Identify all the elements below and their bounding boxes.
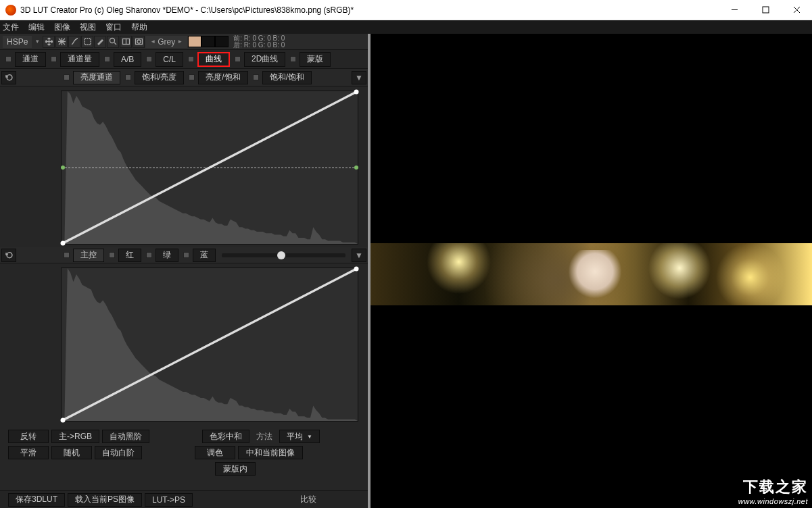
tab-cl-check[interactable] (146, 56, 152, 62)
chan-red[interactable]: 红 (118, 249, 141, 262)
svg-rect-1 (763, 7, 769, 13)
auto-black-button[interactable]: 自动黑阶 (102, 430, 149, 443)
tab-mask-check[interactable] (290, 56, 296, 62)
main-rgb-button[interactable]: 主->RGB (51, 430, 99, 443)
curve2-point-white[interactable] (354, 267, 358, 272)
smooth-button[interactable]: 平滑 (8, 446, 49, 459)
swatch-1[interactable] (188, 36, 201, 47)
slider-thumb[interactable] (277, 251, 285, 259)
amount-slider[interactable] (222, 253, 345, 257)
menu-image[interactable]: 图像 (54, 22, 70, 33)
tab-channel-amt-check[interactable] (51, 56, 57, 62)
minimize-button[interactable] (719, 0, 750, 20)
subtab-sat-sat[interactable]: 饱和/饱和 (262, 71, 312, 84)
watermark: 下载之家 www.windowszj.net (738, 477, 808, 505)
svg-line-14 (62, 268, 358, 421)
color-mode-select[interactable]: HSPe (3, 36, 32, 48)
guide-point-left[interactable] (61, 166, 65, 170)
luma-curve-panel[interactable] (61, 91, 358, 245)
subtab-sat-luma[interactable]: 饱和/亮度 (135, 71, 184, 84)
color-button[interactable]: 调色 (195, 446, 235, 459)
svg-line-12 (62, 91, 358, 244)
tab-ab[interactable]: A/B (114, 52, 141, 67)
tab-curves2d-check[interactable] (235, 56, 241, 62)
save-3dlut-button[interactable]: 保存3DLUT (8, 493, 65, 507)
close-button[interactable] (781, 0, 812, 20)
curve-tool-icon[interactable] (68, 36, 80, 48)
window-title: 3D LUT Creator Pro (c) Oleg Sharonov *DE… (20, 5, 719, 15)
tab-curves-check[interactable] (188, 56, 194, 62)
menu-view[interactable]: 视图 (80, 22, 96, 33)
sat-sat-check[interactable] (253, 74, 259, 80)
move-tool-icon[interactable] (43, 36, 55, 48)
chan-blue[interactable]: 蓝 (193, 249, 216, 262)
reset2-button[interactable] (1, 249, 16, 262)
curve-point-white[interactable] (354, 90, 358, 95)
menu-file[interactable]: 文件 (3, 22, 19, 33)
menu-help[interactable]: 帮助 (131, 22, 147, 33)
master-curve-panel[interactable] (61, 268, 358, 422)
menubar: 文件 编辑 图像 视图 窗口 帮助 (0, 20, 812, 34)
compare-tool-icon[interactable] (120, 36, 132, 48)
menu-edit[interactable]: 编辑 (28, 22, 45, 33)
green-check[interactable] (146, 252, 152, 258)
neutral-current-button[interactable]: 中和当前图像 (238, 446, 303, 459)
swatch-2[interactable] (201, 36, 215, 47)
swatch-3[interactable] (215, 36, 229, 47)
tab-channel-amt[interactable]: 通道量 (60, 52, 99, 67)
blue-check[interactable] (183, 252, 189, 258)
svg-point-5 (110, 39, 114, 43)
subtab-luma[interactable]: 亮度通道 (73, 71, 120, 84)
master-check[interactable] (64, 252, 70, 258)
titlebar: 3D LUT Creator Pro (c) Oleg Sharonov *DE… (0, 0, 812, 20)
auto-white-button[interactable]: 自动白阶 (95, 446, 142, 459)
red-check[interactable] (109, 252, 115, 258)
preview-image (371, 243, 812, 305)
mask-tool-icon[interactable] (133, 36, 145, 48)
tab-ab-check[interactable] (104, 56, 110, 62)
sub-dropdown-icon[interactable]: ▼ (352, 71, 366, 84)
tab-cl[interactable]: C/L (156, 52, 183, 67)
inside-mask-button[interactable]: 蒙版内 (215, 462, 256, 476)
luma-sat-check[interactable] (189, 74, 195, 80)
color-neutral-button[interactable]: 色彩中和 (202, 430, 249, 443)
tab-channel[interactable]: 通道 (15, 52, 46, 67)
method-label: 方法 (256, 431, 272, 442)
tab-channel-check[interactable] (5, 56, 11, 62)
dropdown-icon[interactable]: ▼ (32, 39, 42, 45)
curve-point-black[interactable] (61, 240, 66, 245)
guide-point-right[interactable] (354, 166, 358, 170)
chan-master[interactable]: 主控 (73, 249, 104, 262)
compare-label[interactable]: 比较 (300, 494, 316, 505)
menu-window[interactable]: 窗口 (105, 22, 122, 33)
marquee-tool-icon[interactable] (81, 36, 93, 48)
method-select[interactable]: 平均▼ (279, 430, 320, 443)
reset-button[interactable] (1, 71, 16, 84)
luma-check[interactable] (64, 74, 70, 80)
grid-tool-icon[interactable] (55, 36, 68, 48)
tab-curves2d[interactable]: 2D曲线 (244, 52, 285, 67)
curve2-point-black[interactable] (61, 417, 66, 422)
footer-row: 保存3DLUT 载入当前PS图像 LUT->PS 比较 (0, 490, 368, 508)
svg-point-10 (137, 40, 141, 43)
random-button[interactable]: 随机 (51, 446, 92, 459)
load-ps-button[interactable]: 载入当前PS图像 (68, 493, 142, 507)
sat-luma-check[interactable] (125, 74, 131, 80)
preview-area[interactable]: 下载之家 www.windowszj.net (371, 34, 812, 508)
bottom-row-2: 平滑 随机 自动白阶 调色 中和当前图像 (0, 444, 368, 461)
eyedropper-tool-icon[interactable] (94, 36, 106, 48)
svg-rect-4 (85, 39, 91, 45)
invert-button[interactable]: 反转 (8, 430, 49, 443)
grey-select[interactable]: ◄Grey► (145, 36, 187, 48)
tab-curves[interactable]: 曲线 (197, 52, 230, 67)
chan-dropdown-icon[interactable]: ▼ (352, 249, 366, 262)
chan-green[interactable]: 绿 (156, 249, 178, 262)
subtab-luma-sat[interactable]: 亮度/饱和 (198, 71, 247, 84)
svg-line-6 (114, 43, 116, 45)
zoom-tool-icon[interactable] (107, 36, 119, 48)
lut-ps-button[interactable]: LUT->PS (145, 493, 193, 507)
tab-mask[interactable]: 蒙版 (300, 52, 331, 67)
maximize-button[interactable] (750, 0, 781, 20)
rgb-readout: 前: R: 0 G: 0 B: 0 后: R: 0 G: 0 B: 0 (233, 35, 285, 49)
tab-row: 通道 通道量 A/B C/L 曲线 2D曲线 蒙版 (0, 50, 368, 69)
